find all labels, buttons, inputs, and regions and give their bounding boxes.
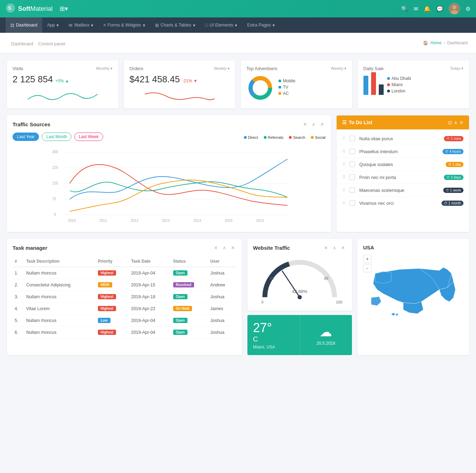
todo-minimize-button[interactable]: ∧	[454, 120, 458, 125]
col-user: User	[208, 256, 236, 267]
row5-num: 5.	[13, 315, 24, 326]
filter-last-week[interactable]: Last Week	[74, 133, 103, 141]
mail-button[interactable]: ✉	[414, 6, 418, 12]
nav-charts[interactable]: ⊞ Charts & Tables ▾	[150, 17, 200, 33]
nav-dashboard[interactable]: ⊡ Dashboard	[6, 17, 42, 33]
svg-point-3	[452, 5, 456, 9]
weather-unit: C	[253, 335, 275, 343]
svg-text:75: 75	[52, 197, 56, 201]
ui-caret: ▾	[235, 23, 237, 28]
website-traffic-header: Website Traffic ✕ ∧ ✕	[253, 245, 346, 251]
wt-minimize-button[interactable]: ∧	[331, 245, 338, 251]
daily-sale-title: Daily Sale	[363, 66, 384, 71]
map-zoom-out[interactable]: -	[363, 264, 371, 272]
nav-mailbox[interactable]: ✉ Mailbox ▾	[64, 17, 98, 33]
row6-status: Open	[171, 326, 208, 338]
nav-app[interactable]: App ▾	[42, 17, 64, 33]
traffic-expand-button[interactable]: ✕	[302, 121, 308, 128]
task-manager-controls: ✕ ∧ ✕	[213, 245, 236, 251]
svg-text:2012: 2012	[131, 219, 139, 223]
task-close-button[interactable]: ✕	[230, 245, 236, 251]
task-minimize-button[interactable]: ∧	[221, 245, 228, 251]
todo-text-1: Nulla vitae purus	[359, 136, 440, 141]
weather-date: 20.5.2018	[317, 341, 335, 346]
svg-text:0: 0	[261, 300, 263, 304]
grid-menu-icon[interactable]: ⊞▾	[60, 5, 68, 13]
filter-last-month[interactable]: Last Month	[42, 133, 71, 141]
filter-last-year[interactable]: Last Year	[13, 133, 39, 141]
todo-checkbox-1[interactable]	[350, 136, 355, 141]
todo-icon: ☰	[342, 120, 347, 125]
row4-desc: Vitae Lorem	[24, 303, 96, 315]
traffic-minimize-button[interactable]: ∧	[310, 121, 317, 128]
svg-text:150: 150	[52, 181, 58, 185]
drag-handle-5[interactable]: ⠿	[342, 188, 345, 193]
drag-handle-3[interactable]: ⠿	[342, 162, 345, 167]
table-header-row: # Task Description Priority Task Date St…	[13, 256, 236, 267]
nav-extra[interactable]: Extra Pages ▾	[242, 17, 280, 33]
map-title: USA	[363, 245, 463, 250]
todo-close-button[interactable]: ✕	[460, 120, 463, 125]
app-logo[interactable]: S SoftMaterial	[6, 3, 53, 15]
settings-button[interactable]: ⚙	[466, 6, 470, 12]
map-controls: + -	[363, 255, 371, 272]
nav-ui[interactable]: □ UI Elements ▾	[200, 17, 243, 33]
row2-date: 2019-Apr-15	[129, 279, 171, 291]
todo-checkbox-4[interactable]	[350, 174, 355, 180]
todo-expand-button[interactable]: ⊡	[448, 120, 452, 125]
row2-priority: HIGH	[96, 279, 129, 291]
traffic-weather-column: Website Traffic ✕ ∧ ✕	[247, 239, 352, 355]
svg-text:S: S	[8, 5, 11, 11]
wt-expand-button[interactable]: ✕	[323, 245, 329, 251]
todo-item-3: ⠿ Quisque sodales ⏱ 1 day	[337, 158, 469, 171]
todo-badge-3: ⏱ 1 day	[446, 162, 463, 167]
map-zoom-in[interactable]: +	[363, 255, 371, 263]
breadcrumb-home[interactable]: Home	[430, 40, 442, 45]
nav-forms[interactable]: ≡ Forms & Widgets ▾	[98, 17, 150, 33]
traffic-close-button[interactable]: ✕	[319, 121, 325, 128]
drag-handle-2[interactable]: ⠿	[342, 149, 345, 154]
todo-checkbox-6[interactable]	[350, 200, 355, 206]
row3-desc: Nullam rhoncus	[24, 291, 96, 303]
user-avatar[interactable]	[449, 3, 460, 14]
drag-handle-4[interactable]: ⠿	[342, 175, 345, 180]
usa-map-panel: USA + -	[358, 239, 469, 355]
todo-body: ⠿ Nulla vitae purus ⏱ 2 mins ⠿ Phasellus…	[337, 129, 469, 212]
advertisers-filter[interactable]: Weekly ▾	[331, 66, 347, 71]
legend-search: Search	[289, 135, 305, 140]
search-button[interactable]: 🔍	[401, 6, 408, 12]
task-expand-button[interactable]: ✕	[213, 245, 219, 251]
mailbox-caret: ▾	[91, 23, 93, 28]
wt-close-button[interactable]: ✕	[340, 245, 346, 251]
orders-filter[interactable]: Weekly ▾	[214, 66, 230, 71]
drag-handle-1[interactable]: ⠿	[342, 136, 345, 141]
main-navigation: ⊡ Dashboard App ▾ ✉ Mailbox ▾ ≡ Forms & …	[0, 17, 476, 33]
logo-text: SoftMaterial	[18, 5, 53, 13]
drag-handle-6[interactable]: ⠿	[342, 201, 345, 205]
visits-value: 2 125 854 +5% ▲	[13, 74, 113, 85]
todo-text-5: Maecenas scelerisque	[359, 188, 439, 193]
bar-abudhabi	[363, 76, 368, 95]
bar-legend: Abu Dhabi Miami London	[387, 76, 411, 95]
traffic-chart: 300 225 150 75 0 2010 2011 2012 2013 201…	[13, 149, 325, 225]
notifications-button[interactable]: 🔔	[424, 6, 431, 12]
logo-icon: S	[6, 3, 15, 15]
mail-icon: ✉	[69, 23, 72, 28]
todo-checkbox-5[interactable]	[350, 187, 355, 193]
visits-filter[interactable]: Monthly ▾	[96, 66, 113, 71]
row5-status: Open	[171, 315, 208, 326]
row3-priority: Highest	[96, 291, 129, 303]
orders-badge: -21% ▼	[182, 78, 197, 83]
extra-caret: ▾	[272, 23, 275, 28]
weather-cloud-icon: ☁	[320, 325, 332, 339]
todo-checkbox-2[interactable]	[350, 149, 355, 154]
todo-item-5: ⠿ Maecenas scelerisque ⏱ 1 week	[337, 184, 469, 197]
chat-button[interactable]: 💬	[436, 6, 443, 12]
todo-badge-6: ⏱ 1 month	[442, 201, 463, 206]
todo-text-2: Phasellus interdum	[359, 149, 438, 154]
breadcrumb-bar: Dashboard Control panel 🏠 Home › Dashboa…	[0, 33, 476, 53]
todo-checkbox-3[interactable]	[350, 162, 355, 167]
todo-text-4: Proin nec mi porta	[359, 175, 440, 180]
weather-info: 27° C Miami, USA	[253, 321, 275, 350]
daily-sale-filter[interactable]: Today ▾	[450, 66, 463, 71]
